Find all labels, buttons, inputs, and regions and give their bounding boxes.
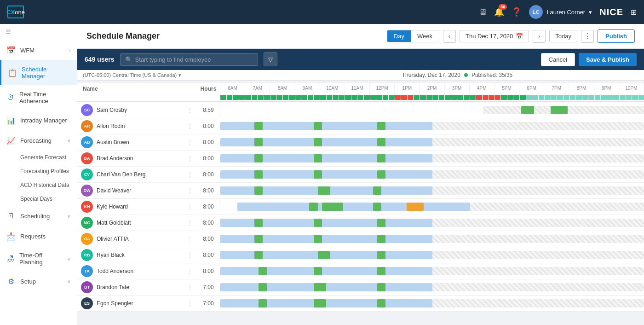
time-header: Name Hours 6AM7AM8AM9AM10AM11AM12PM1PM2P… (77, 83, 644, 95)
logo-one: one (15, 9, 25, 16)
toolbar: 649 users 🔍 ▽ Cancel Save & Publish (77, 49, 644, 70)
employee-name: Egon Spengler (97, 300, 133, 307)
sidebar-item-time-off-label: Time-Off Planning (19, 252, 63, 266)
prev-arrow-button[interactable]: ‹ (443, 30, 456, 43)
today-button[interactable]: Today (549, 30, 577, 42)
sidebar-item-scheduling-label: Scheduling (20, 213, 50, 220)
schedule-grid: (UTC-05:00) Central Time (US & Canada) ▾… (77, 70, 644, 325)
employee-schedule[interactable] (220, 297, 644, 310)
employee-schedule[interactable] (220, 136, 644, 149)
user-count: 649 users (85, 56, 115, 63)
chevron-right-icon: › (69, 48, 70, 53)
sidebar-item-requests[interactable]: 📩 Requests (0, 226, 77, 246)
employee-menu-button[interactable]: ⋮ (187, 267, 193, 275)
day-button[interactable]: Day (387, 30, 411, 42)
avatar: KH (81, 201, 93, 213)
save-publish-button[interactable]: Save & Publish (579, 53, 637, 66)
week-button[interactable]: Week (411, 30, 439, 42)
center-date: Thursday, Dec 17, 2020 (402, 72, 460, 78)
help-icon[interactable]: ❓ (512, 7, 522, 17)
employee-schedule[interactable] (220, 249, 644, 261)
user-menu[interactable]: LC Lauren Corner ▾ (529, 5, 592, 19)
time-slot-9am: 9AM (295, 83, 320, 95)
employee-menu-button[interactable]: ⋮ (187, 106, 193, 114)
sidebar-item-schedule-manager[interactable]: 📋 Schedule Manager (0, 60, 77, 85)
employee-menu-button[interactable]: ⋮ (187, 203, 193, 210)
chevron-down-icon-2: ∨ (67, 214, 70, 219)
employee-menu-button[interactable]: ⋮ (187, 187, 193, 194)
search-input[interactable] (135, 56, 253, 63)
employee-name-cell-3: BABrad Anderson⋮ (77, 151, 197, 166)
time-slot-4pm: 4PM (470, 83, 494, 95)
employee-name-cell-6: KHKyle Howard⋮ (77, 199, 197, 215)
employee-name-cell-5: DWDavid Weaver⋮ (77, 183, 197, 198)
employee-schedule[interactable] (220, 200, 644, 213)
sidebar-item-scheduling[interactable]: 🗓 Scheduling ∨ (0, 206, 77, 226)
next-arrow-button[interactable]: › (533, 30, 546, 43)
sidebar-item-real-time[interactable]: ⏱ Real Time Adherence (0, 85, 77, 110)
employee-schedule[interactable] (220, 152, 644, 165)
avatar: LC (529, 5, 543, 19)
hamburger-icon[interactable]: ☰ (0, 24, 77, 40)
employee-schedule[interactable] (220, 120, 644, 133)
employee-hours: 8:00 (197, 171, 220, 178)
sidebar-item-special-days[interactable]: Special Days (20, 192, 77, 206)
employee-menu-button[interactable]: ⋮ (187, 235, 193, 243)
avatar: BT (81, 281, 93, 293)
chevron-down-icon-4: ∨ (67, 279, 70, 284)
table-row: ESEgon Spengler⋮7:00 (77, 296, 644, 312)
monitor-icon[interactable]: 🖥 (478, 7, 487, 17)
sidebar-item-generate-forecast[interactable]: Generate Forecast (20, 151, 77, 164)
employee-menu-button[interactable]: ⋮ (187, 219, 193, 226)
employee-schedule[interactable] (220, 104, 644, 116)
avatar: AB (81, 136, 93, 148)
time-slot-7am: 7AM (245, 83, 270, 95)
employee-schedule[interactable] (220, 232, 644, 245)
employee-menu-button[interactable]: ⋮ (187, 300, 193, 307)
sidebar-item-setup-label: Setup (20, 278, 36, 285)
cancel-button[interactable]: Cancel (541, 53, 575, 66)
sidebar-item-acd-historical[interactable]: ACD Historical Data (20, 178, 77, 192)
search-icon: 🔍 (125, 56, 132, 63)
schedule-manager-icon: 📋 (8, 68, 17, 77)
table-row: BTBrandon Tate⋮7:00 (77, 279, 644, 296)
sidebar-item-setup[interactable]: ⚙ Setup ∨ (0, 271, 77, 291)
avatar: BA (81, 152, 93, 164)
time-off-icon: 🏖 (6, 254, 15, 263)
day-week-toggle[interactable]: Day Week (387, 30, 439, 42)
logo[interactable]: CXone (7, 6, 24, 18)
employee-schedule[interactable] (220, 265, 644, 278)
sidebar-item-wfm[interactable]: 📅 WFM › (0, 40, 77, 60)
sidebar-item-intraday-label: Intraday Manager (20, 117, 67, 124)
employee-menu-button[interactable]: ⋮ (187, 155, 193, 162)
employee-schedule[interactable] (220, 281, 644, 294)
table-row: RBRyan Black⋮8:00 (77, 247, 644, 263)
search-box[interactable]: 🔍 (120, 53, 258, 66)
sidebar-item-wfm-label: WFM (20, 47, 34, 54)
employee-menu-button[interactable]: ⋮ (187, 284, 193, 291)
employee-menu-button[interactable]: ⋮ (187, 139, 193, 146)
hours-column-header: Hours (197, 83, 220, 95)
employee-schedule[interactable] (220, 184, 644, 197)
employee-schedule[interactable] (220, 216, 644, 229)
employee-menu-button[interactable]: ⋮ (187, 251, 193, 259)
publish-button[interactable]: Publish (598, 29, 635, 43)
employee-schedule[interactable] (220, 168, 644, 181)
more-options-button[interactable]: ⋮ (581, 30, 594, 43)
filter-button[interactable]: ▽ (264, 52, 277, 66)
employee-name: David Weaver (97, 187, 131, 194)
sidebar-item-forecasting-label: Forecasting (20, 137, 52, 144)
notifications-icon[interactable]: 🔔 30 (494, 7, 504, 17)
sidebar-item-time-off[interactable]: 🏖 Time-Off Planning ∨ (0, 246, 77, 271)
employee-menu-button[interactable]: ⋮ (187, 122, 193, 130)
forecasting-icon: 📈 (6, 136, 16, 145)
timezone-chevron-icon[interactable]: ▾ (178, 72, 181, 78)
chevron-down-icon-3: ∨ (67, 256, 70, 261)
sidebar-item-intraday[interactable]: 📊 Intraday Manager (0, 110, 77, 130)
grid-icon[interactable]: ⊞ (631, 8, 637, 17)
sidebar-item-forecasting[interactable]: 📈 Forecasting ∨ (0, 130, 77, 151)
table-row: ARAllon Rodin⋮8:00 (77, 118, 644, 134)
sidebar-item-forecasting-profiles[interactable]: Forecasting Profiles (20, 164, 77, 178)
employee-menu-button[interactable]: ⋮ (187, 171, 193, 178)
employee-name: Brandon Tate (97, 284, 129, 290)
